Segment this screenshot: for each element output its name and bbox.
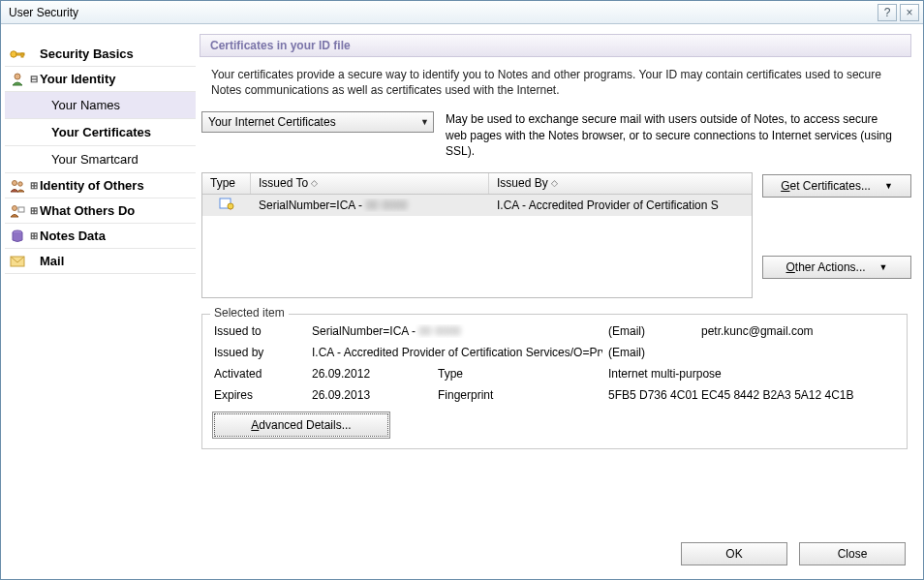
sidebar-item-your-smartcard[interactable]: Your Smartcard	[5, 145, 196, 172]
selected-item-group: Selected item Issued to SerialNumber=ICA…	[201, 314, 908, 449]
expand-icon[interactable]: ⊞	[28, 205, 40, 216]
sidebar-item-label: Security Basics	[40, 46, 134, 61]
expand-icon[interactable]: ⊞	[28, 180, 40, 191]
sidebar-item-identity-others[interactable]: ⊞ Identity of Others	[5, 172, 196, 198]
lbl-expires: Expires	[214, 388, 306, 402]
sidebar-item-label: Your Identity	[40, 72, 115, 86]
titlebar: User Security ? ×	[1, 1, 923, 24]
close-button[interactable]: Close	[799, 542, 906, 565]
dropdown-description: May be used to exchange secure mail with…	[446, 111, 900, 159]
svg-point-0	[11, 50, 16, 56]
lbl-issued-to: Issued to	[214, 324, 306, 338]
sort-icon: ◇	[551, 178, 558, 188]
person-icon	[7, 73, 28, 86]
help-button[interactable]: ?	[878, 4, 897, 21]
lbl-issued-by: Issued by	[214, 346, 306, 359]
sidebar-item-label: Notes Data	[40, 229, 106, 243]
val-type: Internet multi-purpose	[608, 367, 895, 381]
database-icon	[7, 229, 28, 243]
certificates-table: Type Issued To◇ Issued By◇ SerialNumber=…	[201, 172, 753, 298]
col-issued-to[interactable]: Issued To◇	[251, 173, 489, 194]
window-title: User Security	[5, 6, 875, 19]
expand-icon[interactable]: ⊞	[28, 230, 40, 241]
svg-point-5	[18, 181, 22, 185]
panel-title: Certificates in your ID file	[200, 34, 911, 57]
sidebar-item-your-certificates[interactable]: Your Certificates	[5, 118, 196, 145]
svg-point-6	[13, 205, 17, 210]
people-action-icon	[7, 204, 28, 218]
cell-issued-to: SerialNumber=ICA - 00 0000	[251, 198, 489, 212]
lbl-activated: Activated	[214, 367, 306, 381]
col-type[interactable]: Type	[202, 173, 251, 194]
svg-point-11	[228, 203, 233, 209]
people-icon	[7, 179, 28, 193]
val-expires: 26.09.2013	[312, 388, 438, 402]
col-issued-by[interactable]: Issued By◇	[489, 173, 752, 194]
sidebar: Security Basics ⊟ Your Identity Your Nam…	[1, 24, 200, 579]
other-actions-button[interactable]: Other Actions... ▼	[762, 256, 911, 279]
col-issued-by-label: Issued By	[497, 176, 548, 190]
dropdown-arrow-icon: ▼	[420, 117, 429, 127]
panel-description: Your certificates provide a secure way t…	[200, 57, 911, 111]
content-panel: Certificates in your ID file Your certif…	[200, 24, 923, 579]
cell-issued-by: I.CA - Accredited Provider of Certificat…	[489, 198, 752, 212]
key-icon	[7, 48, 28, 60]
svg-point-4	[13, 180, 17, 185]
lbl-email: (Email)	[608, 324, 695, 338]
collapse-icon[interactable]: ⊟	[28, 74, 40, 84]
lbl-type: Type	[438, 367, 525, 381]
lbl-fingerprint: Fingerprint	[438, 388, 525, 402]
table-row[interactable]: SerialNumber=ICA - 00 0000 I.CA - Accred…	[202, 195, 752, 216]
val-issued-by: I.CA - Accredited Provider of Certificat…	[312, 346, 602, 359]
val-fingerprint: 5FB5 D736 4C01 EC45 8442 B2A3 5A12 4C1B	[608, 388, 895, 402]
sidebar-item-label: Identity of Others	[40, 178, 144, 193]
advanced-details-button[interactable]: Advanced Details...	[214, 413, 388, 437]
sidebar-item-security-basics[interactable]: Security Basics	[5, 42, 196, 66]
val-email: petr.kunc@gmail.com	[701, 324, 895, 338]
cert-filter-dropdown[interactable]: Your Internet Certificates ▼	[201, 111, 434, 133]
cert-type-icon	[202, 197, 251, 213]
lbl-email: (Email)	[608, 346, 695, 359]
dropdown-arrow-icon: ▼	[884, 181, 893, 191]
sidebar-item-label: What Others Do	[40, 203, 135, 218]
val-activated: 26.09.2012	[312, 367, 438, 381]
mail-icon	[7, 256, 28, 267]
val-issued-to: SerialNumber=ICA - 00 0000	[312, 324, 602, 338]
group-legend: Selected item	[210, 306, 289, 320]
sidebar-item-mail[interactable]: Mail	[5, 248, 196, 274]
dropdown-selected: Your Internet Certificates	[208, 115, 420, 129]
ok-button[interactable]: OK	[681, 542, 787, 565]
get-certificates-button[interactable]: Get Certificates... ▼	[762, 174, 911, 198]
svg-point-3	[15, 74, 20, 79]
sidebar-item-what-others-do[interactable]: ⊞ What Others Do	[5, 198, 196, 223]
svg-rect-7	[18, 207, 24, 212]
close-window-button[interactable]: ×	[900, 4, 919, 21]
sort-icon: ◇	[311, 178, 318, 188]
sidebar-item-your-identity[interactable]: ⊟ Your Identity	[5, 66, 196, 91]
col-issued-to-label: Issued To	[259, 176, 308, 190]
dropdown-arrow-icon: ▼	[879, 262, 888, 272]
sidebar-item-your-names[interactable]: Your Names	[5, 91, 196, 118]
sidebar-item-notes-data[interactable]: ⊞ Notes Data	[5, 223, 196, 248]
svg-rect-2	[21, 53, 23, 57]
sidebar-item-label: Mail	[40, 254, 64, 268]
